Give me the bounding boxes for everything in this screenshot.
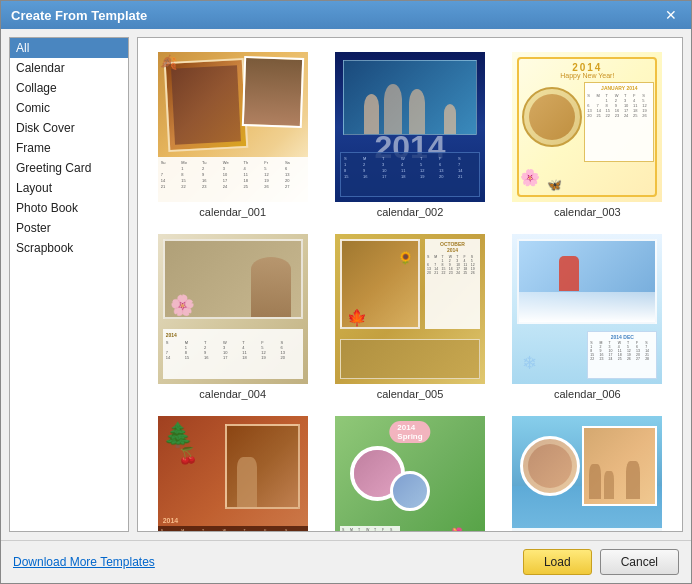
template-item-cal002[interactable]: 2014 SMTWTFS 1234567 891011121314 151617… — [323, 46, 496, 224]
category-item-disk-cover[interactable]: Disk Cover — [10, 118, 128, 138]
template-thumb-cal005: 🍁 🌻 OCTOBER2014 SMTWTFS 12345 6789101112… — [335, 234, 485, 384]
category-list: All Calendar Collage Comic Disk Cover Fr… — [9, 37, 129, 532]
category-item-poster[interactable]: Poster — [10, 218, 128, 238]
template-item-cal006[interactable]: 2014 DEC SMTWTFS 1234567 891011121314 15… — [501, 228, 674, 406]
template-area[interactable]: SuMoTuWeThFrSa 123456 78910111213 141516… — [137, 37, 683, 532]
dialog-title: Create From Template — [11, 8, 147, 23]
template-item-cal004[interactable]: 🌸 2014 SMTWTFS 123456 78910111213 141516… — [146, 228, 319, 406]
load-button[interactable]: Load — [523, 549, 592, 575]
template-thumb-cal001: SuMoTuWeThFrSa 123456 78910111213 141516… — [158, 52, 308, 202]
template-item-cal007[interactable]: 🌲 🍒 SMTWTFS 1234 — [146, 410, 319, 532]
template-thumb-cal002: 2014 SMTWTFS 1234567 891011121314 151617… — [335, 52, 485, 202]
category-item-collage[interactable]: Collage — [10, 78, 128, 98]
template-grid: SuMoTuWeThFrSa 123456 78910111213 141516… — [138, 38, 682, 532]
template-label-cal005: calendar_005 — [377, 388, 444, 400]
button-group: Load Cancel — [523, 549, 679, 575]
template-thumb-cal004: 🌸 2014 SMTWTFS 123456 78910111213 141516… — [158, 234, 308, 384]
category-item-comic[interactable]: Comic — [10, 98, 128, 118]
template-label-cal002: calendar_002 — [377, 206, 444, 218]
template-item-cal009[interactable]: SMTWTFS 12345 6789101112 13141516171819 … — [501, 410, 674, 532]
cancel-button[interactable]: Cancel — [600, 549, 679, 575]
template-thumb-cal006: 2014 DEC SMTWTFS 1234567 891011121314 15… — [512, 234, 662, 384]
main-content: All Calendar Collage Comic Disk Cover Fr… — [1, 29, 691, 540]
category-item-photo-book[interactable]: Photo Book — [10, 198, 128, 218]
download-templates-link[interactable]: Download More Templates — [13, 555, 155, 569]
template-item-cal008[interactable]: 2014Spring 🌸 🌺 — [323, 410, 496, 532]
template-thumb-cal009: SMTWTFS 12345 6789101112 13141516171819 — [512, 416, 662, 532]
category-item-all[interactable]: All — [10, 38, 128, 58]
template-item-cal001[interactable]: SuMoTuWeThFrSa 123456 78910111213 141516… — [146, 46, 319, 224]
category-item-calendar[interactable]: Calendar — [10, 58, 128, 78]
category-item-frame[interactable]: Frame — [10, 138, 128, 158]
template-item-cal003[interactable]: 2014 Happy New Year! JANUARY 2014 SMTWTF… — [501, 46, 674, 224]
create-from-template-dialog: Create From Template ✕ All Calendar Coll… — [0, 0, 692, 584]
template-label-cal001: calendar_001 — [199, 206, 266, 218]
close-button[interactable]: ✕ — [661, 7, 681, 23]
bottom-bar: Download More Templates Load Cancel — [1, 540, 691, 583]
template-label-cal006: calendar_006 — [554, 388, 621, 400]
template-thumb-cal008: 2014Spring 🌸 🌺 — [335, 416, 485, 532]
template-thumb-cal007: 🌲 🍒 SMTWTFS 1234 — [158, 416, 308, 532]
template-label-cal003: calendar_003 — [554, 206, 621, 218]
template-item-cal005[interactable]: 🍁 🌻 OCTOBER2014 SMTWTFS 12345 6789101112… — [323, 228, 496, 406]
template-thumb-cal003: 2014 Happy New Year! JANUARY 2014 SMTWTF… — [512, 52, 662, 202]
category-item-layout[interactable]: Layout — [10, 178, 128, 198]
category-item-greeting-card[interactable]: Greeting Card — [10, 158, 128, 178]
title-bar: Create From Template ✕ — [1, 1, 691, 29]
template-label-cal004: calendar_004 — [199, 388, 266, 400]
category-item-scrapbook[interactable]: Scrapbook — [10, 238, 128, 258]
